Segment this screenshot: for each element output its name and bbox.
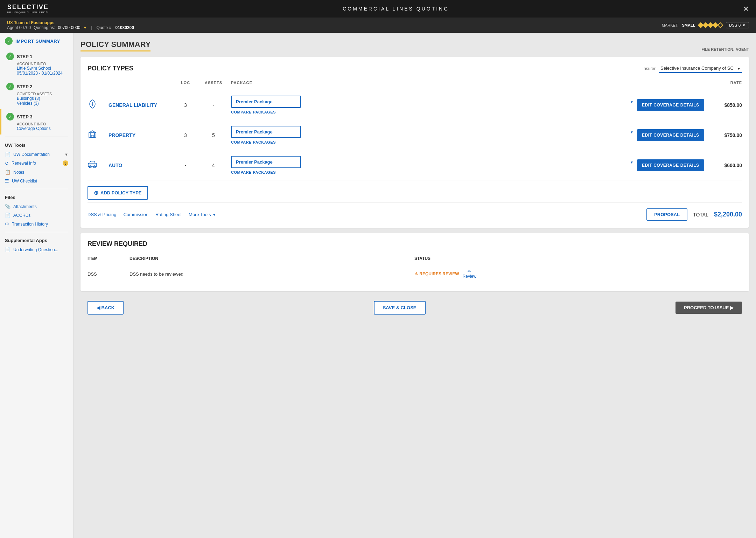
proceed-to-issue-button[interactable]: PROCEED TO ISSUE ▶ (676, 302, 742, 314)
sidebar-item-acords[interactable]: 📄 ACORDs (5, 211, 68, 220)
sidebar-item-transaction-history[interactable]: ⚙ Transaction History (5, 220, 68, 228)
property-package-select[interactable]: Premier Package (231, 126, 301, 138)
dss-badge[interactable]: DSS 0 ▼ (726, 22, 749, 28)
requires-review-badge: ⚠ REQUIRES REVIEW (414, 271, 459, 276)
sidebar-item-notes[interactable]: 📋 Notes (5, 168, 68, 177)
step-3: ✓ STEP 3 ACCOUNT INFO Coverage Options (0, 109, 73, 134)
sidebar-item-uw-documentation[interactable]: 📄 UW Documentation ▼ (5, 150, 68, 159)
more-tools-wrapper[interactable]: More Tools ▼ (189, 212, 216, 217)
step-2-link-vehicles[interactable]: Vehicles (3) (17, 101, 68, 106)
import-summary-item[interactable]: ✓ IMPORT SUMMARY (0, 33, 73, 49)
back-button[interactable]: ◀ BACK (88, 301, 124, 315)
property-edit-button[interactable]: EDIT COVERAGE DETAILS (637, 129, 704, 141)
proposal-button[interactable]: PROPOSAL (646, 208, 687, 221)
footer-right: PROPOSAL TOTAL $2,200.00 (646, 208, 742, 221)
notes-label: Notes (13, 170, 24, 175)
supplemental-title: Supplemental Apps (5, 238, 68, 243)
review-edit-button[interactable]: ✏ Review (463, 269, 476, 279)
general-liability-rate: $850.00 (707, 102, 742, 108)
commission-link[interactable]: Commission (123, 212, 148, 217)
top-header: SELECTIVE BE UNIQUELY INSURED™ COMMERCIA… (0, 0, 756, 18)
general-liability-compare[interactable]: COMPARE PACKAGES (231, 110, 637, 114)
th-rate: RATE (707, 81, 742, 85)
sidebar: ✓ IMPORT SUMMARY ✓ STEP 1 ACCOUNT INFO L… (0, 33, 74, 538)
auto-package-select[interactable]: Premier Package (231, 156, 301, 168)
files-title: Files (5, 195, 68, 200)
step-3-link-coverage[interactable]: Coverage Options (17, 126, 68, 131)
dss-pricing-link[interactable]: DSS & Pricing (88, 212, 116, 217)
sidebar-item-attachments[interactable]: 📎 Attachments (5, 202, 68, 211)
general-liability-name[interactable]: GENERAL LIABILITY (108, 102, 172, 108)
general-liability-package-wrapper[interactable]: Premier Package (231, 96, 637, 108)
auto-icon (88, 160, 108, 170)
step-1-link-school[interactable]: Little Swim School (17, 66, 68, 71)
auto-name[interactable]: AUTO (108, 163, 172, 168)
more-tools-link[interactable]: More Tools (189, 212, 211, 217)
svg-line-5 (92, 131, 96, 133)
agent-team: UX Team of Fusionapps (7, 20, 134, 25)
attachments-label: Attachments (13, 204, 37, 209)
th-assets: ASSETS (200, 81, 227, 85)
property-compare[interactable]: COMPARE PACKAGES (231, 140, 637, 144)
general-liability-loc: 3 (172, 102, 200, 108)
divider-3 (5, 232, 68, 232)
dss-label: DSS (729, 23, 737, 27)
th-name (108, 81, 172, 85)
logo-sub: BE UNIQUELY INSURED™ (7, 11, 49, 14)
close-button[interactable]: ✕ (743, 5, 749, 13)
agent-number: 00700-0000 (58, 25, 80, 30)
renewal-icon: ↺ (5, 161, 9, 166)
rating-sheet-link[interactable]: Rating Sheet (155, 212, 182, 217)
auto-package-section: Premier Package COMPARE PACKAGES (227, 156, 637, 174)
uw-documentation-label: UW Documentation (13, 152, 50, 157)
underwriting-label: Underwriting Question... (13, 247, 58, 252)
sidebar-item-renewal-info[interactable]: ↺ Renewal Info 3 (5, 159, 68, 168)
footer-links: DSS & Pricing Commission Rating Sheet Mo… (88, 212, 216, 217)
policy-summary-title: POLICY SUMMARY (80, 40, 150, 51)
general-liability-edit-button[interactable]: EDIT COVERAGE DETAILS (637, 99, 704, 111)
policy-row-property: PROPERTY 3 5 Premier Package COMPARE PAC… (88, 120, 742, 150)
add-policy-plus-icon: ⊕ (94, 189, 98, 196)
file-retention: FILE RETENTION: AGENT (701, 47, 749, 51)
property-edit-wrapper: EDIT COVERAGE DETAILS (637, 129, 707, 141)
renewal-info-label: Renewal Info (12, 161, 36, 166)
auto-edit-button[interactable]: EDIT COVERAGE DETAILS (637, 159, 704, 171)
file-retention-label: FILE RETENTION: (701, 47, 734, 51)
uw-tools-title: UW Tools (5, 143, 68, 148)
step-2-link-buildings[interactable]: Buildings (3) (17, 96, 68, 101)
save-close-button[interactable]: SAVE & CLOSE (374, 301, 426, 315)
insurer-label: Insurer (643, 66, 656, 71)
review-action-label[interactable]: Review (463, 274, 476, 279)
property-package-wrapper[interactable]: Premier Package (231, 126, 637, 138)
transaction-icon: ⚙ (5, 221, 9, 227)
review-status-dss: ⚠ REQUIRES REVIEW ✏ Review (414, 264, 742, 284)
dss-chevron: ▼ (742, 23, 746, 27)
sidebar-item-underwriting[interactable]: 📄 Underwriting Question... (5, 245, 68, 254)
auto-package-wrapper[interactable]: Premier Package (231, 156, 637, 168)
policy-row-general-liability: GENERAL LIABILITY 3 - Premier Package CO… (88, 90, 742, 120)
auto-edit-wrapper: EDIT COVERAGE DETAILS (637, 159, 707, 171)
auto-loc: - (172, 163, 200, 168)
general-liability-package-select[interactable]: Premier Package (231, 96, 301, 108)
review-row-dss: DSS DSS needs to be reviewed ⚠ REQUIRES … (88, 264, 742, 284)
edit-pencil-icon: ✏ (468, 269, 471, 274)
general-liability-edit-wrapper: EDIT COVERAGE DETAILS (637, 99, 707, 111)
sidebar-item-uw-checklist[interactable]: ☰ UW Checklist (5, 177, 68, 185)
logo-text: SELECTIVE (7, 4, 49, 11)
renewal-badge: 3 (63, 160, 68, 166)
agent-dropdown[interactable]: ▼ (83, 26, 87, 30)
step-1: ✓ STEP 1 ACCOUNT INFO Little Swim School… (0, 49, 73, 79)
insurer-wrapper[interactable]: Selective Insurance Company of SC (659, 64, 742, 73)
auto-compare[interactable]: COMPARE PACKAGES (231, 170, 637, 174)
add-policy-type-button[interactable]: ⊕ ADD POLICY TYPE (88, 186, 148, 200)
property-name[interactable]: PROPERTY (108, 132, 172, 138)
acords-icon: 📄 (5, 213, 10, 218)
import-summary-link[interactable]: IMPORT SUMMARY (15, 39, 60, 44)
checklist-icon: ☰ (5, 178, 9, 184)
divider-1 (5, 137, 68, 137)
step-1-label: ACCOUNT INFO (17, 62, 68, 66)
supplemental-section: Supplemental Apps 📄 Underwriting Questio… (0, 234, 73, 255)
insurer-select[interactable]: Selective Insurance Company of SC (659, 64, 742, 73)
main-content: POLICY SUMMARY FILE RETENTION: AGENT POL… (74, 33, 756, 538)
th-item: ITEM (88, 253, 130, 264)
